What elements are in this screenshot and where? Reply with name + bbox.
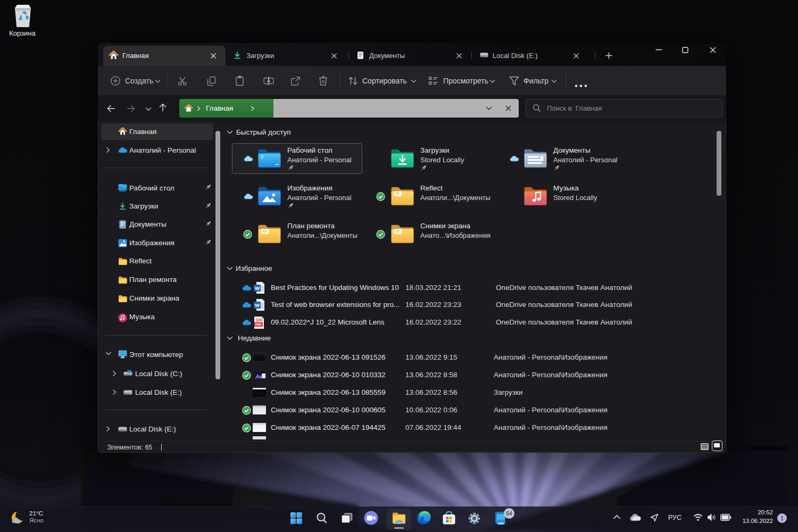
svg-text:W: W <box>255 302 260 308</box>
svg-text:W: W <box>255 285 260 291</box>
svg-text:PDF: PDF <box>255 323 262 326</box>
